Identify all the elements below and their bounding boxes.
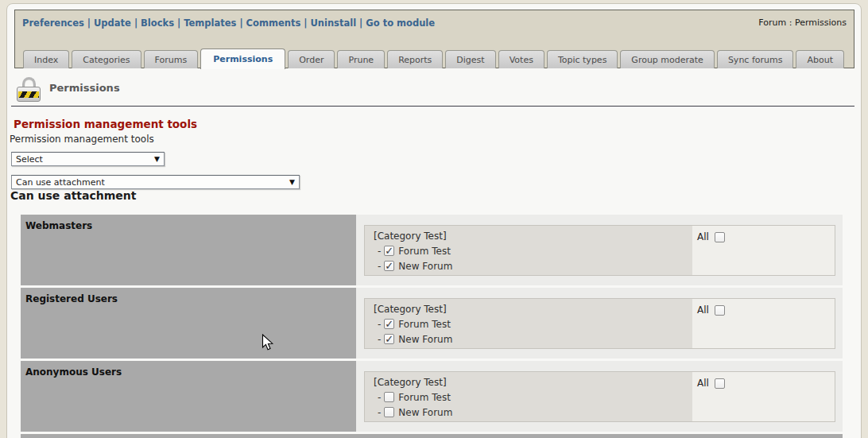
forum-line: - Forum Test <box>374 243 692 258</box>
all-label: All <box>697 378 709 389</box>
all-cell: All <box>692 299 835 348</box>
nav-link-go-to-module[interactable]: Go to module <box>366 17 435 29</box>
nav-link-update[interactable]: Update <box>94 17 131 29</box>
all-label: All <box>697 231 709 242</box>
tab-prune[interactable]: Prune <box>337 50 385 68</box>
tools-heading: Permission management tools <box>14 118 197 130</box>
tools-caption: Permission management tools <box>10 134 154 145</box>
group-permissions-cell: [Category Test] - Forum Test - New Forum… <box>356 361 843 432</box>
nav-link-comments[interactable]: Comments <box>246 17 301 29</box>
tab-permissions[interactable]: Permissions <box>200 48 285 69</box>
nav-separator: | <box>356 17 366 29</box>
tab-votes[interactable]: Votes <box>498 50 544 68</box>
forum-label: New Forum <box>398 261 452 272</box>
permission-select[interactable]: Can use attachment ▼ <box>11 175 300 189</box>
group-permissions-cell: [Category Test] - Forum Test - New Forum… <box>356 288 843 359</box>
tab-categories[interactable]: Categories <box>72 50 141 68</box>
category-label: [Category Test] <box>374 304 692 315</box>
permissions-table: Webmasters [Category Test] - Forum Test … <box>21 215 843 438</box>
tab-order[interactable]: Order <box>288 50 335 68</box>
forum-line: - New Forum <box>374 258 692 273</box>
forum-checkbox[interactable] <box>384 407 394 417</box>
tab-index[interactable]: Index <box>23 50 69 68</box>
lock-stripes <box>18 91 39 98</box>
dropdown-arrow-icon: ▼ <box>154 155 160 164</box>
nav-separator: | <box>131 17 141 29</box>
nav-link-blocks[interactable]: Blocks <box>141 17 174 29</box>
module-nav: Preferences|Update|Blocks|Templates|Comm… <box>22 17 435 29</box>
forum-label: Forum Test <box>398 246 451 257</box>
permission-row-partial <box>21 434 843 438</box>
forum-permissions-box: [Category Test] - Forum Test - New Forum… <box>364 225 835 276</box>
nav-separator: | <box>300 17 310 29</box>
all-label: All <box>697 304 709 316</box>
title-divider <box>11 106 854 107</box>
tab-digest[interactable]: Digest <box>445 50 495 68</box>
tools-select-value: Select <box>16 154 43 165</box>
tab-reports[interactable]: Reports <box>387 50 443 68</box>
permission-row: Anonymous Users [Category Test] - Forum … <box>21 361 843 432</box>
forum-permissions-box: [Category Test] - Forum Test - New Forum… <box>364 371 835 422</box>
item-prefix: - <box>378 319 381 330</box>
forum-line: - Forum Test <box>374 390 692 405</box>
forum-list: [Category Test] - Forum Test - New Forum <box>365 372 692 421</box>
all-checkbox[interactable] <box>715 305 725 316</box>
page-title: Permissions <box>49 82 120 94</box>
item-prefix: - <box>378 392 381 403</box>
forum-line: - New Forum <box>374 331 692 347</box>
category-label: [Category Test] <box>374 377 692 388</box>
forum-label: New Forum <box>398 407 452 418</box>
nav-link-templates[interactable]: Templates <box>184 17 236 29</box>
nav-separator: | <box>236 17 246 29</box>
permission-row: Webmasters [Category Test] - Forum Test … <box>21 215 843 285</box>
forum-list: [Category Test] - Forum Test - New Forum <box>365 226 692 275</box>
all-cell: All <box>692 226 835 275</box>
nav-separator: | <box>84 17 94 29</box>
nav-link-preferences[interactable]: Preferences <box>22 17 84 29</box>
forum-label: New Forum <box>398 334 452 345</box>
lock-body <box>17 87 41 102</box>
all-checkbox[interactable] <box>715 378 725 389</box>
lock-icon <box>16 77 41 104</box>
permission-row: Registered Users [Category Test] - Forum… <box>21 288 843 359</box>
module-header: Preferences|Update|Blocks|Templates|Comm… <box>14 10 854 68</box>
group-name-cell: Registered Users <box>21 288 356 359</box>
category-label: [Category Test] <box>374 231 692 242</box>
group-name: Anonymous Users <box>25 366 122 378</box>
permission-heading: Can use attachment <box>10 189 137 202</box>
tools-select[interactable]: Select ▼ <box>11 152 165 166</box>
forum-line: - Forum Test <box>374 316 692 331</box>
group-name: Webmasters <box>25 220 92 231</box>
group-permissions-cell: [Category Test] - Forum Test - New Forum… <box>356 215 843 285</box>
forum-checkbox[interactable] <box>384 334 394 344</box>
item-prefix: - <box>378 407 381 418</box>
dropdown-arrow-icon: ▼ <box>289 178 295 187</box>
forum-label: Forum Test <box>398 392 451 403</box>
forum-checkbox[interactable] <box>384 246 394 256</box>
forum-line: - New Forum <box>374 405 692 420</box>
item-prefix: - <box>378 261 381 272</box>
all-cell: All <box>692 372 835 421</box>
forum-checkbox[interactable] <box>384 319 394 329</box>
tab-topic-types[interactable]: Topic types <box>547 50 618 68</box>
nav-link-uninstall[interactable]: Uninstall <box>310 17 356 29</box>
group-name-cell: Webmasters <box>21 215 356 285</box>
tab-forums[interactable]: Forums <box>144 50 199 68</box>
module-context-label: Forum : Permissions <box>758 17 847 28</box>
forum-checkbox[interactable] <box>384 392 394 402</box>
group-name-cell: Anonymous Users <box>21 361 356 432</box>
group-name: Registered Users <box>25 293 118 304</box>
forum-label: Forum Test <box>398 319 451 330</box>
item-prefix: - <box>378 246 381 257</box>
tab-about[interactable]: About <box>796 50 844 68</box>
tab-sync-forums[interactable]: Sync forums <box>717 50 794 68</box>
item-prefix: - <box>378 334 381 345</box>
nav-separator: | <box>174 17 184 29</box>
forum-checkbox[interactable] <box>384 261 394 271</box>
tab-bar: IndexCategoriesForumsPermissionsOrderPru… <box>23 48 844 68</box>
permission-select-value: Can use attachment <box>16 177 105 188</box>
forum-list: [Category Test] - Forum Test - New Forum <box>365 299 692 348</box>
all-checkbox[interactable] <box>715 232 725 242</box>
tab-group-moderate[interactable]: Group moderate <box>620 50 715 68</box>
forum-permissions-box: [Category Test] - Forum Test - New Forum… <box>364 298 835 349</box>
